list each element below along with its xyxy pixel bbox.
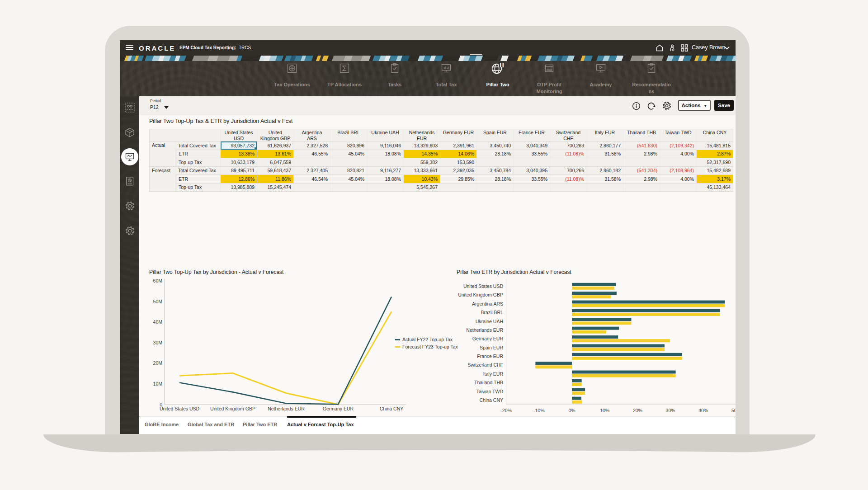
- svg-text:Argentina ARS: Argentina ARS: [472, 301, 503, 306]
- svg-text:30%: 30%: [666, 408, 675, 413]
- svg-text:France EUR: France EUR: [477, 353, 503, 359]
- svg-text:Spain EUR: Spain EUR: [480, 345, 503, 350]
- svg-text:40%: 40%: [698, 408, 708, 413]
- svg-text:United Kingdom GBP: United Kingdom GBP: [458, 292, 503, 297]
- svg-text:10%: 10%: [600, 408, 609, 413]
- svg-text:Brazil BRL: Brazil BRL: [481, 310, 503, 315]
- svg-text:China CNY: China CNY: [479, 397, 503, 403]
- svg-text:0%: 0%: [568, 408, 575, 413]
- svg-text:Ukraine UAH: Ukraine UAH: [476, 319, 503, 324]
- svg-text:II: II: [500, 62, 505, 69]
- svg-text:50%: 50%: [731, 408, 736, 413]
- svg-text:-10%: -10%: [533, 408, 545, 413]
- svg-text:Germany EUR: Germany EUR: [472, 336, 504, 341]
- svg-text:20%: 20%: [633, 408, 642, 413]
- svg-text:Switzerland CHF: Switzerland CHF: [467, 362, 503, 368]
- svg-text:-20%: -20%: [500, 408, 512, 413]
- svg-text:United States USD: United States USD: [463, 283, 504, 289]
- svg-text:Italy EUR: Italy EUR: [483, 371, 504, 377]
- svg-text:Netherlands EUR: Netherlands EUR: [466, 327, 503, 333]
- svg-text:Thailand THB: Thailand THB: [474, 380, 503, 385]
- svg-text:Taiwan TWD: Taiwan TWD: [476, 389, 504, 394]
